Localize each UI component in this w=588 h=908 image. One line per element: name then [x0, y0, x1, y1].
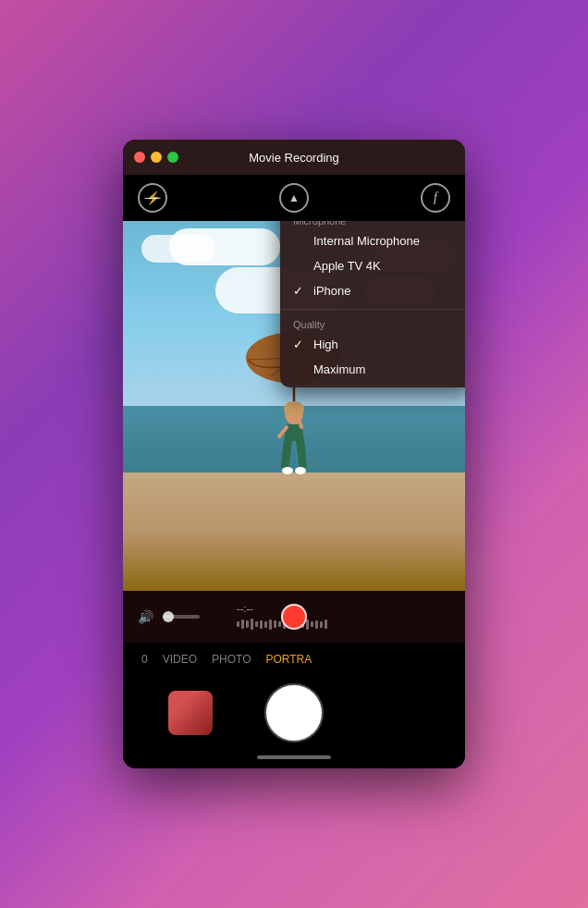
waveform-bar [237, 621, 239, 627]
shutter-button[interactable] [266, 685, 322, 741]
record-button[interactable] [281, 604, 307, 630]
flash-icon: ⚡ [145, 190, 161, 205]
dropdown-menu: Camera FaceTime HD Camera (Built-in) App… [280, 221, 465, 387]
sand-bg [123, 472, 465, 591]
tab-0[interactable]: 0 [141, 653, 148, 666]
timer-display: --:-- [237, 603, 450, 614]
quality-maximum-label: Maximum [313, 362, 365, 376]
tab-photo[interactable]: PHOTO [212, 653, 251, 666]
waveform [237, 618, 450, 631]
svg-point-12 [295, 467, 306, 474]
waveform-bar [251, 619, 253, 630]
close-button[interactable] [134, 152, 145, 163]
waveform-bar [278, 621, 281, 627]
check-icon-2: ✓ [293, 284, 306, 298]
waveform-bar [306, 620, 309, 630]
flash-button[interactable]: ⚡ [138, 183, 167, 213]
quality-high-label: High [313, 337, 338, 351]
traffic-lights [134, 152, 178, 163]
home-bar [123, 750, 465, 768]
check-icon-3: ✓ [293, 337, 306, 351]
maximize-button[interactable] [167, 152, 178, 163]
thumbnail-image [168, 691, 213, 735]
quality-section: Quality ✓ High Maximum [280, 309, 465, 387]
waveform-bar [269, 620, 272, 630]
mic-internal-label: Internal Microphone [313, 234, 420, 248]
title-bar: Movie Recording [123, 140, 465, 175]
waveform-bar [255, 621, 258, 627]
filter-button[interactable]: f [421, 183, 450, 213]
volume-slider[interactable] [163, 615, 200, 619]
waveform-bar [311, 621, 313, 627]
camera-view: Camera FaceTime HD Camera (Built-in) App… [123, 221, 465, 591]
mode-tabs: 0 VIDEO PHOTO PORTRA [123, 643, 465, 676]
filter-icon: f [434, 190, 437, 205]
mic-appletv-item[interactable]: Apple TV 4K [280, 253, 465, 278]
home-indicator [257, 755, 331, 759]
cloud-2 [169, 228, 280, 265]
volume-icon: 🔊 [138, 609, 153, 624]
chevron-up-button[interactable]: ▲ [279, 183, 309, 213]
tab-video[interactable]: VIDEO [163, 653, 197, 666]
tab-portrait[interactable]: PORTRA [265, 653, 312, 666]
waveform-bar [246, 620, 249, 628]
mic-iphone-label: iPhone [313, 284, 350, 298]
svg-point-11 [282, 467, 293, 474]
waveform-bar [320, 621, 323, 628]
mic-iphone-item[interactable]: ✓ iPhone [280, 278, 465, 303]
waveform-bar [325, 620, 327, 629]
main-window: Movie Recording ⚡ ▲ f [123, 140, 465, 768]
thumbnail[interactable] [168, 691, 213, 735]
placeholder [375, 691, 420, 735]
window-title: Movie Recording [249, 151, 339, 165]
minimize-button[interactable] [151, 152, 162, 163]
top-controls: ⚡ ▲ f [123, 175, 465, 221]
microphone-section-header: Microphone [280, 221, 465, 228]
waveform-bar [260, 620, 263, 629]
waveform-bar [264, 621, 267, 628]
quality-section-header: Quality [280, 315, 465, 332]
quality-high-item[interactable]: ✓ High [280, 332, 465, 357]
waveform-bar [315, 620, 318, 629]
controls-bar: 🔊 --:-- [123, 591, 465, 643]
chevron-up-icon: ▲ [288, 191, 300, 204]
waveform-bar [274, 620, 276, 628]
microphone-section: Microphone Internal Microphone Apple TV … [280, 221, 465, 309]
waveform-bar [241, 620, 244, 629]
quality-maximum-item[interactable]: Maximum [280, 357, 465, 382]
mic-appletv-label: Apple TV 4K [313, 259, 381, 273]
mic-internal-item[interactable]: Internal Microphone [280, 228, 465, 253]
bottom-bar [123, 676, 465, 750]
